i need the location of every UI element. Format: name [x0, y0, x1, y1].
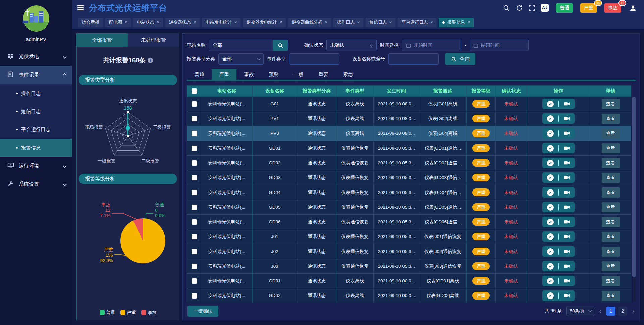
collapse-menu-icon[interactable] [77, 5, 84, 10]
confirm-action-button[interactable] [547, 189, 554, 196]
row-checkbox[interactable] [192, 116, 197, 121]
confirm-action-button[interactable] [547, 292, 554, 299]
confirm-action-button[interactable] [547, 263, 554, 270]
tab-9[interactable]: 平台运行日志× [398, 18, 436, 27]
confirm-all-button[interactable]: 一键确认 [187, 306, 218, 317]
tab-4[interactable]: 电站发电统计× [202, 18, 240, 27]
tab-7[interactable]: 操作日志× [333, 18, 363, 27]
view-detail-button[interactable]: 查看 [602, 187, 620, 198]
device-name-input[interactable] [388, 53, 439, 65]
sidebar-subitem-2[interactable]: 平台运行日志 [0, 120, 72, 139]
sidebar-item-1[interactable]: 事件记录 [0, 66, 72, 84]
tab-close-icon[interactable]: × [468, 20, 470, 25]
translate-icon[interactable]: A文 [541, 4, 549, 12]
view-detail-button[interactable]: 查看 [602, 128, 620, 139]
video-action-button[interactable] [564, 219, 570, 224]
tab-close-icon[interactable]: × [325, 20, 327, 25]
severity-tab-4[interactable]: 一般 [286, 69, 311, 80]
video-action-button[interactable] [564, 264, 570, 269]
start-time-input[interactable]: 开始时间 [402, 40, 461, 51]
fullscreen-icon[interactable] [528, 4, 536, 12]
view-detail-button[interactable]: 查看 [602, 158, 620, 168]
confirm-action-button[interactable] [547, 160, 554, 166]
tab-close-icon[interactable]: × [194, 20, 196, 25]
sidebar-subitem-0[interactable]: 操作日志 [0, 84, 72, 102]
video-action-button[interactable] [564, 175, 570, 180]
confirm-action-button[interactable] [547, 278, 554, 284]
row-checkbox[interactable] [192, 293, 197, 299]
row-checkbox[interactable] [192, 264, 197, 269]
video-action-button[interactable] [564, 131, 570, 136]
row-checkbox[interactable] [192, 131, 197, 136]
view-detail-button[interactable]: 查看 [602, 217, 620, 227]
severity-tab-0[interactable]: 普通 [187, 69, 212, 80]
sidebar-item-0[interactable]: 光伏发电 [0, 47, 72, 66]
video-action-button[interactable] [564, 205, 570, 210]
select-all-checkbox[interactable] [192, 88, 197, 94]
confirm-action-button[interactable] [547, 145, 554, 152]
alarm-button-2[interactable]: 事故12 [604, 3, 621, 13]
user-icon[interactable] [629, 4, 637, 12]
view-detail-button[interactable]: 查看 [602, 173, 620, 183]
severity-tab-6[interactable]: 紧急 [336, 69, 361, 80]
tab-close-icon[interactable]: × [430, 20, 433, 25]
video-action-button[interactable] [564, 293, 570, 298]
row-checkbox[interactable] [192, 205, 197, 210]
end-time-input[interactable]: 结束时间 [470, 40, 529, 51]
row-checkbox[interactable] [192, 219, 197, 225]
confirm-action-button[interactable] [547, 115, 554, 122]
next-page-arrow[interactable]: › [632, 308, 635, 315]
tab-3[interactable]: 逆变器状态× [165, 18, 200, 27]
scrollbar-thumb[interactable] [632, 97, 636, 277]
sidebar-subitem-3[interactable]: 报警信息 [0, 139, 72, 157]
view-detail-button[interactable]: 查看 [602, 202, 620, 212]
tab-close-icon[interactable]: × [125, 20, 127, 25]
video-action-button[interactable] [564, 278, 570, 283]
tab-2[interactable]: 电站状态× [133, 18, 163, 27]
row-checkbox[interactable] [192, 249, 197, 254]
tab-5[interactable]: 逆变器发电统计× [243, 18, 286, 27]
view-detail-button[interactable]: 查看 [602, 232, 620, 242]
video-action-button[interactable] [564, 190, 570, 195]
row-checkbox[interactable] [192, 101, 197, 107]
row-checkbox[interactable] [192, 160, 197, 166]
sidebar-item-3[interactable]: 系统设置 [0, 175, 72, 194]
alarm-button-0[interactable]: 普通 [556, 3, 573, 13]
view-detail-button[interactable]: 查看 [602, 261, 620, 271]
tab-close-icon[interactable]: × [157, 20, 159, 25]
tab-close-icon[interactable]: × [234, 20, 237, 25]
video-action-button[interactable] [564, 160, 570, 165]
video-action-button[interactable] [564, 101, 570, 106]
station-name-input[interactable] [209, 40, 273, 51]
confirm-action-button[interactable] [547, 233, 554, 240]
confirm-action-button[interactable] [547, 101, 554, 107]
info-icon[interactable]: i [148, 58, 153, 63]
row-checkbox[interactable] [192, 146, 197, 151]
tab-close-icon[interactable]: × [280, 20, 282, 25]
prev-page-arrow[interactable]: ‹ [599, 308, 602, 315]
severity-tab-2[interactable]: 事故 [236, 69, 261, 80]
table-scrollbar[interactable] [632, 97, 636, 302]
confirm-status-select[interactable]: 未确认 [326, 40, 377, 51]
row-checkbox[interactable] [192, 175, 197, 180]
alarm-type-select[interactable]: 全部 [218, 53, 264, 65]
confirm-action-button[interactable] [547, 248, 554, 255]
page-button-2[interactable]: 2 [618, 307, 627, 316]
video-action-button[interactable] [564, 249, 570, 254]
query-button[interactable]: 查询 [445, 53, 475, 65]
tab-8[interactable]: 短信日志× [366, 18, 395, 27]
tab-0[interactable]: 综合看板 [78, 18, 103, 27]
confirm-action-button[interactable] [547, 174, 554, 181]
confirm-action-button[interactable] [547, 219, 554, 225]
confirm-action-button[interactable] [547, 130, 554, 137]
view-detail-button[interactable]: 查看 [602, 276, 620, 286]
alarm-button-1[interactable]: 严重96 [580, 3, 597, 13]
tab-unhandled-alarms[interactable]: 未处理报警 [128, 33, 179, 47]
refresh-icon[interactable] [516, 4, 523, 12]
tab-close-icon[interactable]: × [357, 20, 360, 25]
sidebar-subitem-1[interactable]: 短信日志 [0, 102, 72, 120]
severity-tab-5[interactable]: 重要 [311, 69, 336, 80]
search-icon[interactable] [503, 4, 510, 12]
tab-6[interactable]: 逆变器曲线分析× [288, 18, 331, 27]
row-checkbox[interactable] [192, 234, 197, 239]
